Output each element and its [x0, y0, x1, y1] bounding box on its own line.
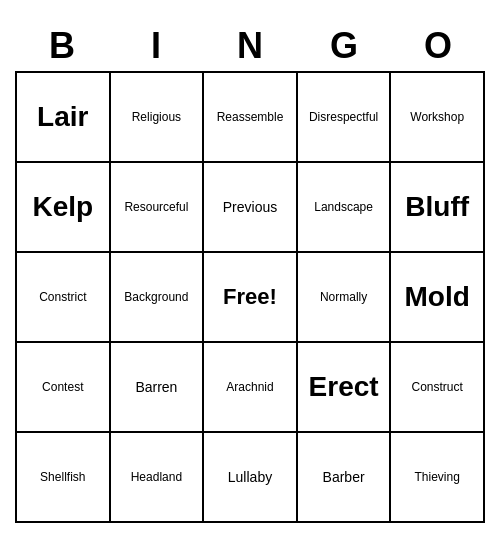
- cell-r3-c0: Contest: [17, 343, 111, 433]
- cell-text: Barber: [323, 469, 365, 486]
- cell-text: Shellfish: [40, 470, 85, 484]
- cell-text: Contest: [42, 380, 83, 394]
- cell-text: Religious: [132, 110, 181, 124]
- cell-text: Background: [124, 290, 188, 304]
- cell-r4-c2: Lullaby: [204, 433, 298, 523]
- cell-r2-c2: Free!: [204, 253, 298, 343]
- cell-text: Normally: [320, 290, 367, 304]
- cell-r4-c4: Thieving: [391, 433, 485, 523]
- header-letter: N: [203, 21, 297, 71]
- cell-text: Landscape: [314, 200, 373, 214]
- cell-r1-c1: Resourceful: [111, 163, 205, 253]
- cell-text: Bluff: [405, 190, 469, 224]
- cell-text: Kelp: [32, 190, 93, 224]
- cell-text: Resourceful: [124, 200, 188, 214]
- bingo-grid: LairReligiousReassembleDisrespectfulWork…: [15, 71, 485, 523]
- cell-text: Disrespectful: [309, 110, 378, 124]
- cell-r4-c3: Barber: [298, 433, 392, 523]
- cell-text: Thieving: [415, 470, 460, 484]
- cell-r3-c2: Arachnid: [204, 343, 298, 433]
- cell-r0-c3: Disrespectful: [298, 73, 392, 163]
- bingo-header: BINGO: [15, 21, 485, 71]
- header-letter: G: [297, 21, 391, 71]
- cell-text: Workshop: [410, 110, 464, 124]
- cell-r1-c4: Bluff: [391, 163, 485, 253]
- cell-r0-c0: Lair: [17, 73, 111, 163]
- cell-text: Arachnid: [226, 380, 273, 394]
- cell-r4-c0: Shellfish: [17, 433, 111, 523]
- cell-text: Reassemble: [217, 110, 284, 124]
- cell-r3-c4: Construct: [391, 343, 485, 433]
- cell-r4-c1: Headland: [111, 433, 205, 523]
- cell-r3-c1: Barren: [111, 343, 205, 433]
- cell-r0-c1: Religious: [111, 73, 205, 163]
- cell-text: Constrict: [39, 290, 86, 304]
- cell-r1-c2: Previous: [204, 163, 298, 253]
- cell-r2-c1: Background: [111, 253, 205, 343]
- cell-text: Erect: [309, 370, 379, 404]
- cell-r3-c3: Erect: [298, 343, 392, 433]
- cell-text: Lair: [37, 100, 88, 134]
- cell-r0-c2: Reassemble: [204, 73, 298, 163]
- cell-r2-c3: Normally: [298, 253, 392, 343]
- cell-text: Lullaby: [228, 469, 272, 486]
- cell-r0-c4: Workshop: [391, 73, 485, 163]
- header-letter: B: [15, 21, 109, 71]
- cell-r1-c0: Kelp: [17, 163, 111, 253]
- cell-r2-c4: Mold: [391, 253, 485, 343]
- cell-r1-c3: Landscape: [298, 163, 392, 253]
- cell-text: Free!: [223, 284, 277, 310]
- cell-text: Previous: [223, 199, 277, 216]
- cell-text: Barren: [135, 379, 177, 396]
- header-letter: O: [391, 21, 485, 71]
- cell-text: Headland: [131, 470, 182, 484]
- header-letter: I: [109, 21, 203, 71]
- cell-text: Mold: [405, 280, 470, 314]
- cell-r2-c0: Constrict: [17, 253, 111, 343]
- bingo-card: BINGO LairReligiousReassembleDisrespectf…: [15, 21, 485, 523]
- cell-text: Construct: [412, 380, 463, 394]
